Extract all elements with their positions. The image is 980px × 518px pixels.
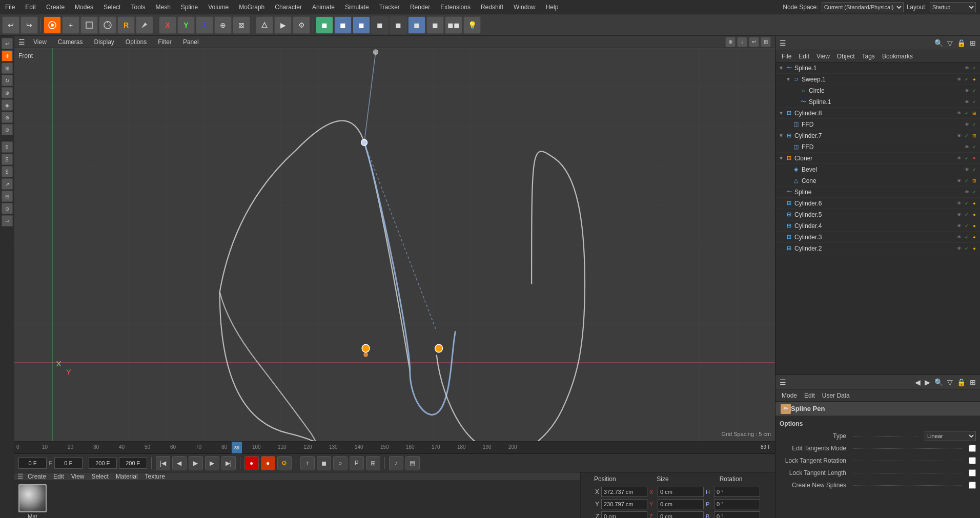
mat-menu-texture[interactable]: Texture — [142, 473, 168, 480]
scale-tool-left[interactable]: ⊞ — [2, 63, 13, 74]
vp-menu-cameras[interactable]: Cameras — [55, 38, 86, 46]
flag-vis-sweep[interactable]: 👁 — [955, 76, 963, 83]
start-frame-input[interactable] — [18, 458, 47, 469]
obj-row-cyl3[interactable]: ▶ ⊞ Cylinder.3 👁 ✓ ● — [775, 232, 980, 243]
mat-menu-select[interactable]: Select — [89, 473, 112, 480]
paint-button[interactable] — [136, 16, 153, 34]
expand-cyl4[interactable]: ▶ — [778, 222, 785, 230]
flag-vis-cyl5[interactable]: 👁 — [955, 211, 963, 218]
shade5[interactable]: ◼ — [390, 16, 407, 34]
flag-lock-cyl2[interactable]: ✓ — [963, 245, 970, 252]
flag-vis-cyl7[interactable]: 👁 — [955, 132, 963, 139]
play-button[interactable]: ▶ — [274, 16, 292, 34]
tool15-left[interactable]: ⊸ — [2, 215, 13, 226]
attr-menu-edit[interactable]: Edit — [801, 392, 818, 399]
expand-spline1c[interactable]: ▶ — [792, 98, 799, 106]
tool5-left[interactable]: ⊕ — [2, 87, 13, 98]
obj-row-cyl2[interactable]: ▶ ⊞ Cylinder.2 👁 ✓ ● — [775, 243, 980, 254]
flag-vis-s1c[interactable]: 👁 — [963, 98, 970, 106]
z-axis-button[interactable]: Z — [196, 16, 213, 34]
menu-volume[interactable]: Volume — [203, 2, 234, 13]
flag-lock-cloner[interactable]: ✓ — [963, 155, 970, 162]
vp-nav1[interactable]: ⊕ — [725, 37, 736, 47]
menu-file[interactable]: File — [0, 2, 20, 13]
obj-menu-tags[interactable]: Tags — [859, 53, 878, 60]
object-mode-button[interactable] — [80, 16, 98, 34]
scale-tool[interactable]: ⊠ — [233, 16, 250, 34]
vp-menu-display[interactable]: Display — [91, 38, 117, 46]
expand-cyl6[interactable]: ▶ — [778, 200, 785, 207]
flag-tag-cyl3[interactable]: ● — [971, 234, 978, 241]
shade9[interactable]: 💡 — [463, 16, 481, 34]
mat-menu-edit[interactable]: Edit — [50, 473, 67, 480]
flag-lock-cyl3[interactable]: ✓ — [963, 234, 970, 241]
obj-row-ffd1[interactable]: ▶ ◫ FFD 👁 ✓ — [775, 119, 980, 130]
flag-vis[interactable]: 👁 — [963, 65, 970, 72]
rot-b-input[interactable] — [714, 511, 760, 518]
pos-x-input[interactable] — [601, 487, 647, 497]
expand-spline[interactable]: ▶ — [778, 189, 785, 196]
key-btn5[interactable]: ⊞ — [366, 456, 380, 470]
layer-btn[interactable]: ▤ — [405, 456, 420, 470]
rot-p-input[interactable] — [714, 499, 760, 509]
flag-vis-circle[interactable]: 👁 — [963, 87, 970, 94]
rotate-mode-button[interactable] — [99, 16, 116, 34]
perspective-view[interactable] — [256, 16, 273, 34]
menu-animate[interactable]: Animate — [307, 2, 340, 13]
lock-rotation-checkbox[interactable] — [969, 457, 976, 464]
tool13-left[interactable]: ⊟ — [2, 191, 13, 202]
attr-expand[interactable]: ⊞ — [969, 378, 977, 386]
attr-menu-userdata[interactable]: User Data — [819, 392, 853, 399]
tool14-left[interactable]: ⊙ — [2, 203, 13, 214]
flag-vis-cyl3[interactable]: 👁 — [955, 234, 963, 241]
preview-start-input[interactable] — [119, 458, 147, 469]
record-button[interactable]: ● — [244, 456, 259, 470]
lock-length-checkbox[interactable] — [969, 469, 976, 476]
mat-menu-create[interactable]: Create — [25, 473, 49, 480]
menu-extensions[interactable]: Extensions — [435, 2, 476, 13]
shade6[interactable]: ◼ — [408, 16, 425, 34]
flag-lock-bevel[interactable]: ✓ — [971, 166, 978, 173]
flag-lock-circle[interactable]: ✓ — [971, 87, 978, 94]
flag-tag-cyl5[interactable]: ● — [971, 211, 978, 218]
size-x-input[interactable] — [658, 487, 704, 497]
vp-menu-panel[interactable]: Panel — [180, 38, 202, 46]
menu-modes[interactable]: Modes — [70, 2, 98, 13]
flag-vis-cyl4[interactable]: 👁 — [955, 222, 963, 230]
size-y-input[interactable] — [658, 499, 704, 509]
flag-tag-sweep[interactable]: ● — [971, 76, 978, 83]
tangents-mode-checkbox[interactable] — [969, 445, 976, 452]
expand-cone[interactable]: ▶ — [785, 177, 792, 184]
layout-select[interactable]: Startup — [930, 2, 976, 12]
obj-row-spline[interactable]: ▶ 〜 Spline 👁 ✓ — [775, 187, 980, 198]
expand-circle[interactable]: ▶ — [792, 87, 799, 94]
mat-menu-material[interactable]: Material — [113, 473, 141, 480]
menu-mograph[interactable]: MoGraph — [234, 2, 270, 13]
obj-filter-icon[interactable]: ▽ — [946, 39, 954, 47]
flag-lock-cone[interactable]: ✓ — [963, 177, 970, 184]
menu-help[interactable]: Help — [541, 2, 564, 13]
flag-vis-cyl6[interactable]: 👁 — [955, 200, 963, 207]
attr-hamburger[interactable]: ☰ — [779, 378, 787, 386]
current-frame-input[interactable] — [54, 458, 83, 469]
flag-vis-ffd1[interactable]: 👁 — [963, 121, 970, 128]
menu-window[interactable]: Window — [508, 2, 541, 13]
obj-lock-icon[interactable]: 🔒 — [956, 39, 967, 47]
obj-menu-file[interactable]: File — [779, 53, 794, 60]
r-button[interactable]: R — [117, 16, 135, 34]
prev-frame-button[interactable]: ◀ — [172, 456, 187, 470]
expand-cloner[interactable]: ▼ — [778, 155, 785, 162]
shade7[interactable]: ◼ — [426, 16, 444, 34]
obj-row-spline1[interactable]: ▼ 〜 Spline.1 👁 ✓ — [775, 63, 980, 74]
obj-row-ffd2[interactable]: ▶ ◫ FFD 👁 ✓ — [775, 141, 980, 153]
flag-vis-cyl8[interactable]: 👁 — [955, 110, 963, 117]
menu-character[interactable]: Character — [270, 2, 307, 13]
material-swatch[interactable] — [18, 484, 47, 512]
attr-menu-mode[interactable]: Mode — [779, 392, 800, 399]
flag-tag-cyl8[interactable]: ⊞ — [971, 110, 978, 117]
rotate-tool-left[interactable]: ↻ — [2, 75, 13, 86]
go-end-button[interactable]: ▶| — [221, 456, 236, 470]
attr-search[interactable]: 🔍 — [933, 378, 944, 386]
obj-menu-edit[interactable]: Edit — [795, 53, 812, 60]
create-splines-checkbox[interactable] — [969, 482, 976, 489]
